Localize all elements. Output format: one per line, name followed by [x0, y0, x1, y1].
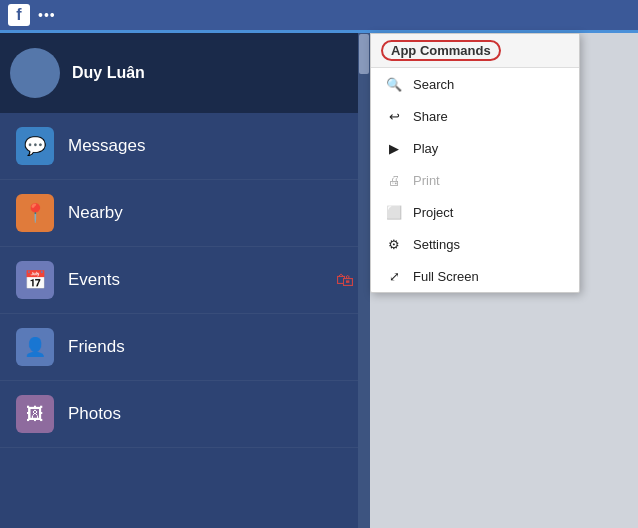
share-menu-label: Share — [413, 109, 448, 124]
menu-items: 🔍Search↩Share▶Play🖨Print⬜Project⚙Setting… — [371, 68, 579, 292]
project-menu-label: Project — [413, 205, 453, 220]
settings-menu-label: Settings — [413, 237, 460, 252]
print-menu-label: Print — [413, 173, 440, 188]
fullscreen-menu-label: Full Screen — [413, 269, 479, 284]
sidebar-item-messages[interactable]: 💬Messages — [0, 113, 370, 180]
project-menu-icon: ⬜ — [385, 203, 403, 221]
menu-item-project[interactable]: ⬜Project — [371, 196, 579, 228]
profile-name: Duy Luân — [72, 64, 145, 82]
facebook-logo: f — [8, 4, 30, 26]
menu-item-search[interactable]: 🔍Search — [371, 68, 579, 100]
friends-label: Friends — [68, 337, 125, 357]
nearby-label: Nearby — [68, 203, 123, 223]
menu-item-share[interactable]: ↩Share — [371, 100, 579, 132]
menu-item-fullscreen[interactable]: ⤢Full Screen — [371, 260, 579, 292]
profile-area: Duy Luân — [0, 33, 370, 113]
sidebar-items: 💬Messages📍Nearby📅Events🛍👤Friends🖼Photos — [0, 113, 370, 448]
events-notification: 🛍 — [336, 270, 354, 291]
right-area: App Commands 🔍Search↩Share▶Play🖨Print⬜Pr… — [370, 33, 638, 528]
main-layout: Duy Luân 💬Messages📍Nearby📅Events🛍👤Friend… — [0, 33, 638, 528]
share-menu-icon: ↩ — [385, 107, 403, 125]
fullscreen-menu-icon: ⤢ — [385, 267, 403, 285]
sidebar: Duy Luân 💬Messages📍Nearby📅Events🛍👤Friend… — [0, 33, 370, 528]
sidebar-item-photos[interactable]: 🖼Photos — [0, 381, 370, 448]
sidebar-item-events[interactable]: 📅Events🛍 — [0, 247, 370, 314]
scrollbar-thumb[interactable] — [359, 34, 369, 74]
menu-item-play[interactable]: ▶Play — [371, 132, 579, 164]
app-commands-label: App Commands — [381, 40, 501, 61]
search-menu-label: Search — [413, 77, 454, 92]
settings-menu-icon: ⚙ — [385, 235, 403, 253]
messages-icon: 💬 — [16, 127, 54, 165]
play-menu-icon: ▶ — [385, 139, 403, 157]
print-menu-icon: 🖨 — [385, 171, 403, 189]
scrollbar[interactable] — [358, 33, 370, 528]
menu-item-print: 🖨Print — [371, 164, 579, 196]
menu-item-settings[interactable]: ⚙Settings — [371, 228, 579, 260]
context-menu-header: App Commands — [371, 34, 579, 68]
events-label: Events — [68, 270, 120, 290]
play-menu-label: Play — [413, 141, 438, 156]
nearby-icon: 📍 — [16, 194, 54, 232]
context-menu: App Commands 🔍Search↩Share▶Play🖨Print⬜Pr… — [370, 33, 580, 293]
events-icon: 📅 — [16, 261, 54, 299]
messages-label: Messages — [68, 136, 145, 156]
avatar — [10, 48, 60, 98]
more-button[interactable]: ••• — [38, 7, 56, 23]
photos-label: Photos — [68, 404, 121, 424]
sidebar-item-nearby[interactable]: 📍Nearby — [0, 180, 370, 247]
sidebar-item-friends[interactable]: 👤Friends — [0, 314, 370, 381]
top-bar: f ••• — [0, 0, 638, 30]
photos-icon: 🖼 — [16, 395, 54, 433]
friends-icon: 👤 — [16, 328, 54, 366]
search-menu-icon: 🔍 — [385, 75, 403, 93]
